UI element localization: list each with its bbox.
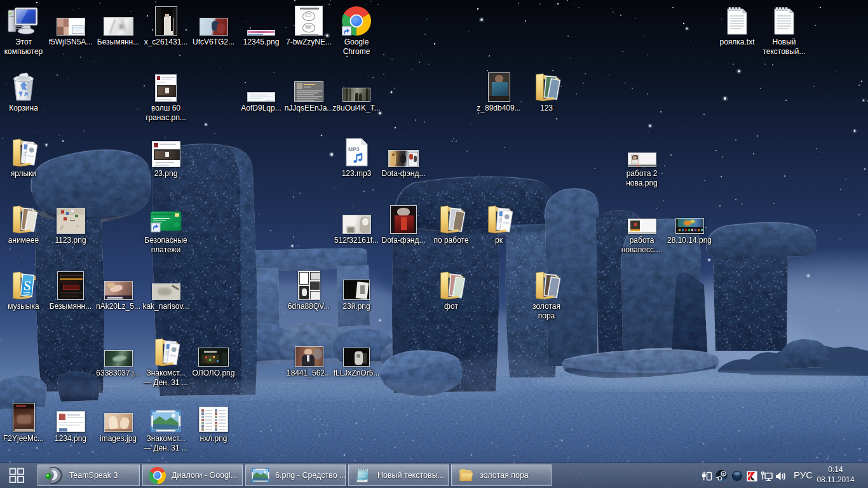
svg-text:S: S [23, 278, 32, 294]
svg-text:MP3: MP3 [348, 146, 360, 152]
